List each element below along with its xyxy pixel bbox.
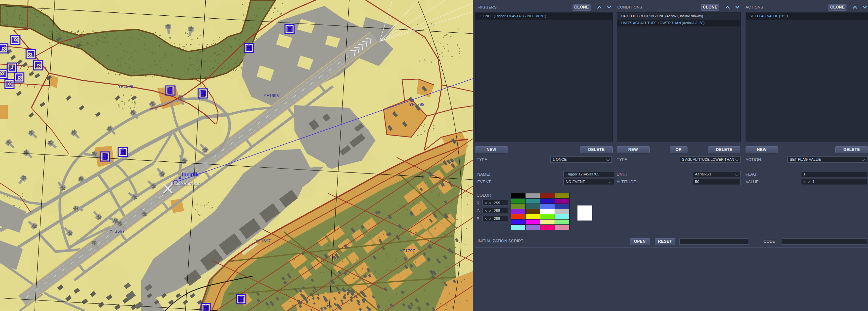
svg-text:4: 4 bbox=[179, 175, 181, 180]
svg-text:YF1697: YF1697 bbox=[255, 238, 271, 244]
svg-text:YF1598: YF1598 bbox=[118, 84, 133, 89]
svg-text:YF1597: YF1597 bbox=[110, 229, 125, 233]
svg-text:YF1798: YF1798 bbox=[409, 102, 424, 107]
svg-text:YF1797: YF1797 bbox=[400, 248, 415, 253]
svg-text:IncirlikRunway: IncirlikRunway bbox=[171, 181, 199, 186]
svg-text:YF1698: YF1698 bbox=[264, 93, 279, 98]
svg-text:Incirlik: Incirlik bbox=[182, 172, 199, 177]
